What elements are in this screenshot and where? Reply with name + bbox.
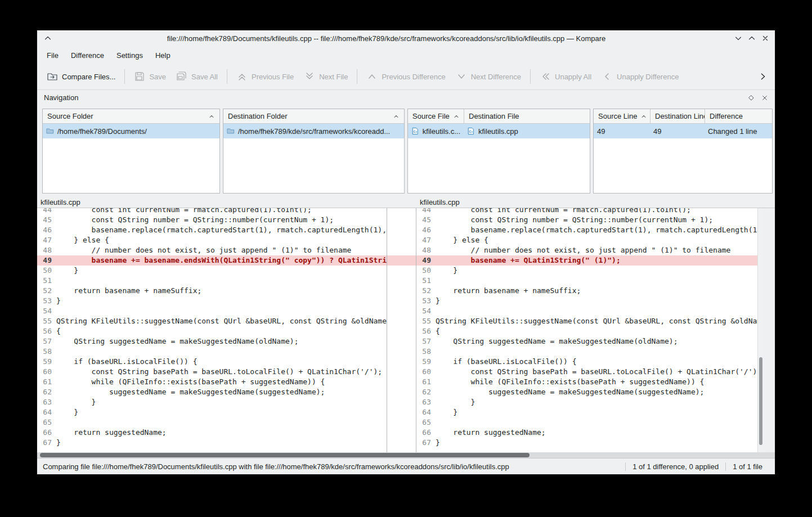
menu-help[interactable]: Help: [149, 48, 177, 62]
diff-code-line: 60 const QString basePath = baseURL.toLo…: [37, 367, 387, 377]
compare-files-label: Compare Files...: [62, 73, 115, 81]
source-pane-title: kfileutils.cpp: [41, 198, 80, 206]
sort-ascending-icon: [640, 113, 647, 120]
line-number: 65: [416, 417, 436, 428]
compare-files-button[interactable]: Compare Files...: [42, 68, 120, 86]
line-number: 44: [416, 208, 436, 215]
minimize-icon[interactable]: [734, 34, 742, 42]
diff-code-line: 46 basename.replace(rmatch.capturedStart…: [416, 225, 757, 235]
code-text: }: [436, 438, 440, 447]
code-text: } else {: [56, 236, 109, 244]
source-code-pane[interactable]: 44 const int currentNum = rmatch.capture…: [37, 208, 387, 452]
source-file-cell: C+ kfileutils.c...: [408, 124, 464, 138]
line-number: 56: [416, 326, 436, 336]
save-button[interactable]: Save: [129, 68, 171, 86]
line-number: 60: [416, 367, 436, 377]
source-file-column-header[interactable]: Source File: [408, 109, 464, 123]
status-differences: 1 of 1 difference, 0 applied: [625, 462, 725, 471]
line-number: 63: [416, 397, 436, 407]
destination-line-column-header[interactable]: Destination Line: [650, 109, 705, 123]
line-number: 62: [416, 387, 436, 397]
toolbar-separator: [124, 69, 125, 84]
diff-panes: 44 const int currentNum = rmatch.capture…: [37, 208, 775, 452]
diff-code-line: 45 const QString number = QString::numbe…: [37, 215, 387, 225]
line-number: 48: [37, 245, 56, 255]
vertical-scrollbar[interactable]: [757, 208, 763, 452]
unapply-all-label: Unapply All: [555, 73, 591, 81]
close-dock-icon[interactable]: [761, 95, 768, 101]
code-text: suggestedName = makeSuggestedName(sugges…: [56, 388, 325, 396]
diff-code-line: 50 }: [37, 266, 387, 276]
line-number: 58: [37, 347, 56, 357]
diff-connector-band[interactable]: [387, 255, 416, 266]
navigation-dock-titlebar: Navigation: [37, 89, 775, 105]
code-text: const int currentNum = rmatch.captured(1…: [436, 208, 691, 214]
kompare-window: file:///home/fhek789/Documents/kfileutil…: [37, 30, 775, 475]
vertical-scrollbar-thumb[interactable]: [759, 357, 762, 445]
line-number: 63: [37, 397, 56, 407]
menu-settings[interactable]: Settings: [110, 48, 149, 62]
source-folder-column-header[interactable]: Source Folder: [43, 109, 219, 123]
destination-folder-column-header[interactable]: Destination Folder: [223, 109, 404, 123]
chevron-double-up-icon: [236, 71, 248, 82]
difference-row[interactable]: 49 49 Changed 1 line: [594, 124, 772, 138]
line-number: 66: [37, 428, 56, 438]
diff-code-line: 44 const int currentNum = rmatch.capture…: [416, 208, 757, 215]
diff-changed-line[interactable]: 49 basename += basename.endsWith(QLatin1…: [37, 255, 387, 266]
destination-line-value: 49: [653, 127, 661, 136]
unapply-all-button[interactable]: Unapply All: [535, 68, 596, 86]
code-text: basename += QLatin1String(" (1)");: [436, 256, 621, 264]
status-message: Comparing file file:///home/fhek789/Docu…: [43, 462, 625, 471]
titlebar[interactable]: file:///home/fhek789/Documents/kfileutil…: [37, 30, 775, 47]
shade-button[interactable]: [44, 34, 52, 42]
maximize-icon[interactable]: [748, 34, 756, 42]
diff-code-line: 65: [416, 417, 757, 428]
source-folder-row[interactable]: /home/fhek789/Documents/: [43, 124, 219, 138]
line-number: 50: [37, 266, 56, 276]
difference-column-header[interactable]: Difference: [705, 109, 772, 123]
destination-folder-row[interactable]: /home/fhek789/kde/src/frameworks/kcoread…: [223, 124, 404, 138]
source-line-cell: 49: [594, 124, 650, 138]
menu-file[interactable]: File: [41, 48, 65, 62]
save-all-button[interactable]: Save All: [171, 68, 223, 86]
next-file-button[interactable]: Next File: [299, 68, 353, 86]
chevron-up-icon: [44, 34, 52, 42]
line-number: 56: [37, 326, 56, 336]
horizontal-scrollbar-thumb[interactable]: [40, 453, 530, 457]
diff-code-line: 57 QString suggestedName = makeSuggested…: [416, 336, 757, 347]
diff-connector: [387, 208, 416, 452]
close-icon[interactable]: [761, 34, 769, 42]
horizontal-scrollbar[interactable]: [37, 452, 775, 458]
line-number: 55: [37, 316, 56, 326]
save-all-label: Save All: [191, 73, 218, 81]
line-number: 61: [37, 377, 56, 387]
diff-code-line: 55QString KFileUtils::suggestName(const …: [416, 316, 757, 326]
code-text: QString KFileUtils::suggestName(const QU…: [56, 317, 387, 325]
line-number: 53: [37, 296, 56, 306]
destination-file-column-header[interactable]: Destination File: [464, 109, 590, 123]
source-line-column-header[interactable]: Source Line: [594, 109, 650, 123]
line-number: 49: [37, 255, 56, 266]
previous-file-button[interactable]: Previous File: [231, 68, 299, 86]
line-number: 62: [37, 387, 56, 397]
code-text: }: [56, 438, 61, 447]
destination-code-pane[interactable]: 44 const int currentNum = rmatch.capture…: [416, 208, 757, 452]
navigation-dock-title: Navigation: [44, 93, 748, 102]
diff-code-line: 63 }: [416, 397, 757, 407]
float-dock-icon[interactable]: [748, 95, 755, 101]
unapply-difference-button[interactable]: Unapply Difference: [596, 68, 684, 86]
diff-code-line: 58: [416, 347, 757, 357]
previous-difference-button[interactable]: Previous Difference: [361, 68, 450, 86]
line-number: 66: [416, 428, 436, 438]
line-number: 58: [416, 347, 436, 357]
next-difference-button[interactable]: Next Difference: [451, 68, 526, 86]
files-row[interactable]: C+ kfileutils.c... C+ kfileutils.cpp: [408, 124, 590, 138]
code-text: suggestedName = makeSuggestedName(sugges…: [436, 388, 704, 396]
code-text: while (QFileInfo::exists(basePath + sugg…: [56, 377, 325, 386]
menu-difference[interactable]: Difference: [65, 48, 110, 62]
toolbar-overflow-button[interactable]: [759, 73, 767, 80]
diff-code-line: 53}: [416, 296, 757, 306]
list-empty-area: [223, 138, 404, 193]
diff-changed-line[interactable]: 49 basename += QLatin1String(" (1)");: [416, 255, 757, 266]
chevron-double-left-icon: [540, 71, 551, 82]
